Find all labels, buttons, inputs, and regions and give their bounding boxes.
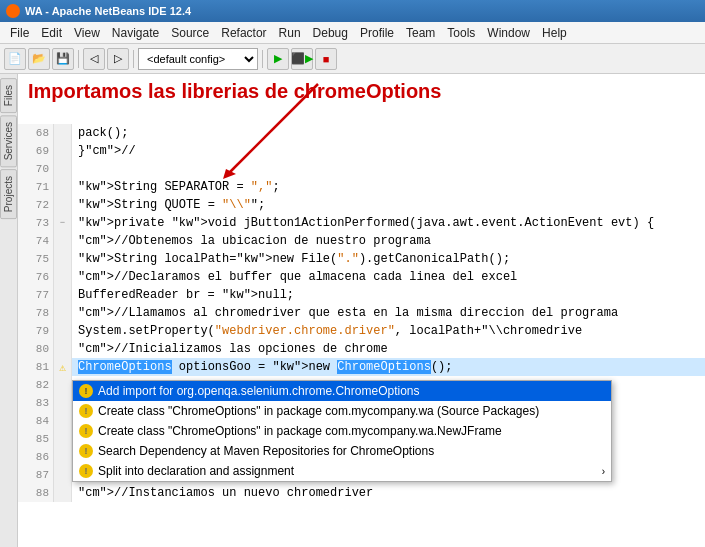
line-gutter <box>54 466 72 484</box>
menu-item-navigate[interactable]: Navigate <box>106 24 165 42</box>
line-number: 77 <box>18 286 54 304</box>
menu-item-refactor[interactable]: Refactor <box>215 24 272 42</box>
code-line: 73−"kw">private "kw">void jButton1Action… <box>18 214 705 232</box>
ac-item-label: Add import for org.openqa.selenium.chrom… <box>98 384 420 398</box>
code-line: 68pack(); <box>18 124 705 142</box>
menu-item-team[interactable]: Team <box>400 24 441 42</box>
ac-item-icon: ! <box>79 404 93 418</box>
line-gutter <box>54 196 72 214</box>
fold-icon[interactable]: − <box>60 218 65 228</box>
menu-item-tools[interactable]: Tools <box>441 24 481 42</box>
line-content: "kw">String SEPARATOR = ","; <box>72 178 280 196</box>
code-line: 79System.setProperty("webdriver.chrome.d… <box>18 322 705 340</box>
line-number: 73 <box>18 214 54 232</box>
services-tab[interactable]: Services <box>0 115 17 167</box>
menu-item-profile[interactable]: Profile <box>354 24 400 42</box>
line-number: 81 <box>18 358 54 376</box>
line-content: "cm">//Declaramos el buffer que almacena… <box>72 268 517 286</box>
line-gutter <box>54 448 72 466</box>
ac-item-icon: ! <box>79 424 93 438</box>
debug-button[interactable]: ⬛▶ <box>291 48 313 70</box>
new-file-button[interactable]: 📄 <box>4 48 26 70</box>
menu-item-source[interactable]: Source <box>165 24 215 42</box>
autocomplete-item[interactable]: !Create class "ChromeOptions" in package… <box>73 421 611 441</box>
toolbar-separator-1 <box>78 50 79 68</box>
autocomplete-popup[interactable]: !Add import for org.openqa.selenium.chro… <box>72 380 612 482</box>
line-content: pack(); <box>72 124 128 142</box>
title-bar: WA - Apache NetBeans IDE 12.4 <box>0 0 705 22</box>
line-gutter <box>54 304 72 322</box>
menu-item-window[interactable]: Window <box>481 24 536 42</box>
warning-icon: ⚠ <box>59 361 66 374</box>
code-line: 88"cm">//Instanciamos un nuevo chromedri… <box>18 484 705 502</box>
code-line: 76"cm">//Declaramos el buffer que almace… <box>18 268 705 286</box>
code-line: 77BufferedReader br = "kw">null; <box>18 286 705 304</box>
menu-item-run[interactable]: Run <box>273 24 307 42</box>
ac-item-label: Create class "ChromeOptions" in package … <box>98 404 539 418</box>
line-number: 88 <box>18 484 54 502</box>
app-icon <box>6 4 20 18</box>
projects-tab[interactable]: Projects <box>0 169 17 219</box>
ac-item-label: Split into declaration and assignment <box>98 464 294 478</box>
files-tab[interactable]: Files <box>0 78 17 113</box>
line-gutter <box>54 178 72 196</box>
menu-bar: FileEditViewNavigateSourceRefactorRunDeb… <box>0 22 705 44</box>
ac-item-label: Create class "ChromeOptions" in package … <box>98 424 502 438</box>
toolbar-separator-3 <box>262 50 263 68</box>
save-button[interactable]: 💾 <box>52 48 74 70</box>
stop-button[interactable]: ■ <box>315 48 337 70</box>
autocomplete-item[interactable]: !Split into declaration and assignment› <box>73 461 611 481</box>
open-button[interactable]: 📂 <box>28 48 50 70</box>
line-number: 83 <box>18 394 54 412</box>
line-number: 72 <box>18 196 54 214</box>
line-number: 75 <box>18 250 54 268</box>
forward-button[interactable]: ▷ <box>107 48 129 70</box>
autocomplete-item[interactable]: !Search Dependency at Maven Repositories… <box>73 441 611 461</box>
line-gutter <box>54 430 72 448</box>
autocomplete-item[interactable]: !Add import for org.openqa.selenium.chro… <box>73 381 611 401</box>
toolbar-separator-2 <box>133 50 134 68</box>
autocomplete-item[interactable]: !Create class "ChromeOptions" in package… <box>73 401 611 421</box>
code-line: 80"cm">//Inicializamos las opciones de c… <box>18 340 705 358</box>
line-gutter <box>54 160 72 178</box>
config-dropdown[interactable]: <default config> <box>138 48 258 70</box>
run-button[interactable]: ▶ <box>267 48 289 70</box>
ac-item-icon: ! <box>79 384 93 398</box>
line-number: 87 <box>18 466 54 484</box>
line-gutter <box>54 394 72 412</box>
menu-item-file[interactable]: File <box>4 24 35 42</box>
line-gutter: − <box>54 214 72 232</box>
left-tabs: Files Services Projects <box>0 74 18 547</box>
editor-area: Importamos las librerias de chromeOption… <box>18 74 705 547</box>
line-content: "cm">//Inicializamos las opciones de chr… <box>72 340 388 358</box>
menu-item-edit[interactable]: Edit <box>35 24 68 42</box>
line-number: 78 <box>18 304 54 322</box>
line-content: "kw">private "kw">void jButton1ActionPer… <box>72 214 654 232</box>
line-content: "cm">//Llamamos al chromedriver que esta… <box>72 304 618 322</box>
line-gutter <box>54 268 72 286</box>
menu-item-debug[interactable]: Debug <box>307 24 354 42</box>
line-gutter <box>54 322 72 340</box>
line-number: 71 <box>18 178 54 196</box>
toolbar: 📄 📂 💾 ◁ ▷ <default config> ▶ ⬛▶ ■ <box>0 44 705 74</box>
line-gutter <box>54 250 72 268</box>
line-gutter <box>54 142 72 160</box>
line-number: 84 <box>18 412 54 430</box>
code-line: 81⚠ChromeOptions optionsGoo = "kw">new C… <box>18 358 705 376</box>
line-gutter <box>54 412 72 430</box>
line-gutter <box>54 124 72 142</box>
back-button[interactable]: ◁ <box>83 48 105 70</box>
ac-item-label: Search Dependency at Maven Repositories … <box>98 444 434 458</box>
line-gutter: ⚠ <box>54 358 72 376</box>
line-number: 69 <box>18 142 54 160</box>
menu-item-view[interactable]: View <box>68 24 106 42</box>
line-content: }"cm">// <box>72 142 150 160</box>
code-line: 70 <box>18 160 705 178</box>
line-number: 85 <box>18 430 54 448</box>
line-number: 68 <box>18 124 54 142</box>
ac-item-icon: ! <box>79 444 93 458</box>
title-text: WA - Apache NetBeans IDE 12.4 <box>25 5 191 17</box>
line-gutter <box>54 376 72 394</box>
menu-item-help[interactable]: Help <box>536 24 573 42</box>
line-gutter <box>54 232 72 250</box>
